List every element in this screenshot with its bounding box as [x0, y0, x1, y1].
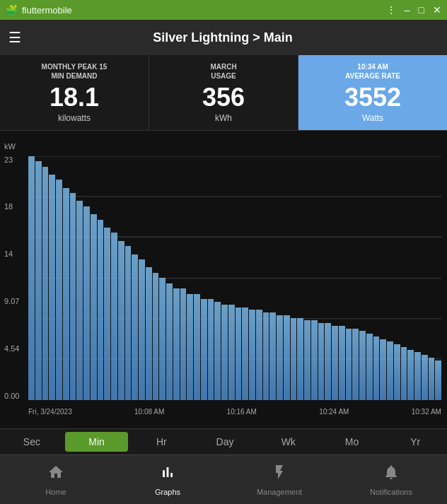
y-label-4: 4.54	[4, 345, 19, 353]
bar	[42, 167, 49, 400]
bar	[214, 302, 221, 400]
kw-label: kW	[4, 142, 16, 151]
stat-value-rate: 3552	[307, 83, 439, 112]
tab-hr[interactable]: Hr	[129, 429, 193, 455]
bar	[56, 180, 62, 400]
bar	[366, 334, 373, 400]
bar	[339, 326, 345, 400]
bar	[236, 307, 242, 400]
bar	[201, 299, 207, 400]
maximize-icon[interactable]: □	[419, 4, 424, 16]
nav-notifications-label: Notifications	[370, 488, 412, 496]
bar	[146, 267, 152, 400]
bar	[166, 283, 173, 400]
bar	[242, 307, 248, 400]
tab-wk[interactable]: Wk	[257, 429, 320, 455]
title-bar: 🧩 fluttermobile ⋮ – □ ✕	[0, 0, 447, 20]
stat-card-peak: MONTHLY PEAK 15MIN DEMAND 18.1 kilowatts	[0, 55, 149, 130]
bar	[263, 312, 269, 400]
chart-area: kW 23 18 14 9.07 4.54 0.00	[0, 131, 447, 428]
bar	[387, 341, 393, 400]
stat-value-peak: 18.1	[8, 83, 140, 112]
management-icon	[271, 464, 288, 485]
nav-notifications[interactable]: Notifications	[335, 455, 447, 504]
bar	[407, 350, 414, 400]
bar	[304, 320, 310, 400]
stat-unit-peak: kilowatts	[8, 113, 140, 123]
tab-mo[interactable]: Mo	[320, 429, 384, 455]
bar	[139, 259, 145, 400]
bar	[429, 358, 435, 400]
bar	[373, 336, 380, 400]
bar	[297, 318, 303, 400]
stat-unit-rate: Watts	[307, 113, 439, 123]
y-label-0: 0.00	[4, 392, 19, 400]
tab-sec[interactable]: Sec	[0, 429, 64, 455]
context-menu-icon[interactable]: ⋮	[386, 4, 396, 16]
y-label-9: 9.07	[4, 298, 19, 305]
nav-home[interactable]: Home	[0, 455, 112, 504]
stat-label-peak: MONTHLY PEAK 15MIN DEMAND	[8, 62, 140, 81]
bar	[98, 220, 104, 400]
title-bar-left: 🧩 fluttermobile	[6, 4, 72, 16]
app-name: fluttermobile	[22, 5, 72, 16]
bar	[125, 246, 132, 400]
bar	[111, 233, 117, 400]
bell-icon	[383, 464, 400, 485]
bar	[173, 288, 180, 400]
bar	[394, 344, 400, 400]
header: ☰ Silver Lightning > Main	[0, 20, 447, 55]
stat-label-usage: MARCHUSAGE	[158, 62, 289, 81]
nav-graphs[interactable]: Graphs	[112, 455, 224, 504]
tab-yr[interactable]: Yr	[383, 429, 447, 455]
bar	[249, 310, 255, 400]
bar	[256, 310, 262, 400]
bar	[159, 278, 166, 400]
bar	[352, 329, 359, 400]
bar	[359, 331, 366, 400]
bar	[414, 352, 421, 400]
bar	[311, 320, 318, 400]
bar	[35, 161, 42, 400]
x-axis: Fri, 3/24/2023 10:08 AM 10:16 AM 10:24 A…	[28, 408, 441, 416]
bar	[380, 339, 386, 400]
stat-label-rate: 10:34 AMAVERAGE RATE	[307, 62, 439, 81]
bar	[291, 318, 297, 400]
bar	[76, 201, 83, 400]
bar	[269, 312, 276, 400]
bar	[325, 323, 331, 400]
puzzle-icon: 🧩	[6, 4, 18, 16]
bar	[284, 315, 290, 400]
bar	[194, 294, 200, 400]
graphs-icon	[159, 464, 176, 485]
title-bar-controls: ⋮ – □ ✕	[386, 4, 441, 16]
tab-min[interactable]: Min	[65, 432, 129, 452]
y-label-23: 23	[4, 156, 19, 164]
chart-inner	[28, 156, 441, 400]
bar	[83, 206, 90, 400]
y-axis: 23 18 14 9.07 4.54 0.00	[4, 156, 19, 400]
minimize-icon[interactable]: –	[405, 4, 410, 16]
y-label-18: 18	[4, 203, 19, 211]
bar	[104, 228, 110, 400]
nav-management[interactable]: Management	[224, 455, 335, 504]
x-label-1: 10:08 AM	[134, 408, 164, 416]
bar	[187, 294, 193, 400]
nav-management-label: Management	[257, 488, 302, 496]
nav-graphs-label: Graphs	[155, 488, 180, 496]
bars-container	[28, 156, 441, 400]
bar	[318, 323, 325, 400]
bar	[435, 361, 441, 400]
stat-card-rate: 10:34 AMAVERAGE RATE 3552 Watts	[298, 55, 447, 130]
x-label-3: 10:24 AM	[319, 408, 349, 416]
close-icon[interactable]: ✕	[433, 4, 441, 16]
tab-day[interactable]: Day	[193, 429, 257, 455]
bar	[221, 305, 228, 400]
y-label-14: 14	[4, 250, 19, 258]
hamburger-icon[interactable]: ☰	[8, 29, 21, 46]
stat-unit-usage: kWh	[158, 113, 289, 123]
bar	[208, 299, 214, 400]
bar	[332, 326, 338, 400]
home-icon	[47, 464, 64, 485]
bottom-nav: Home Graphs Management Notifications	[0, 455, 447, 504]
